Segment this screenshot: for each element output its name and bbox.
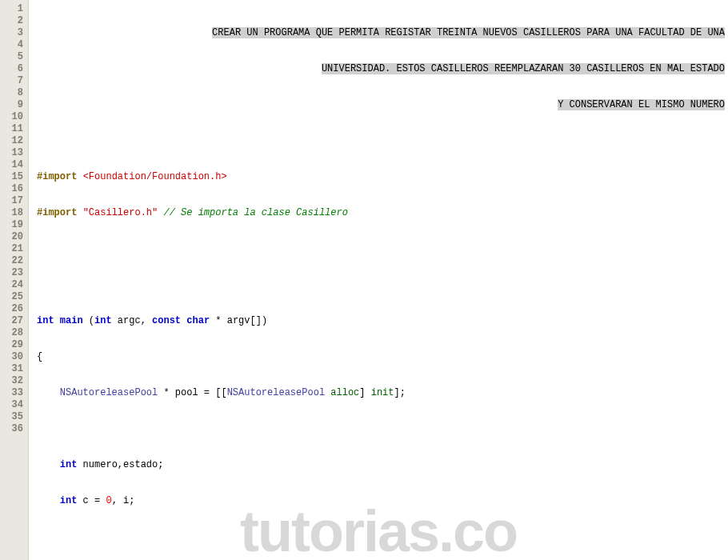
line-number: 23	[0, 267, 23, 279]
code-area[interactable]: CREAR UN PROGRAMA QUE PERMITA REGISTAR T…	[29, 0, 728, 560]
code-line	[37, 243, 728, 255]
line-number: 18	[0, 207, 23, 219]
line-number-gutter: 1 2 3 4 5 6 7 8 9 10 11 12 13 14 15 16 1…	[0, 0, 29, 560]
line-number: 19	[0, 219, 23, 231]
code-editor: 1 2 3 4 5 6 7 8 9 10 11 12 13 14 15 16 1…	[0, 0, 728, 560]
code-line	[37, 279, 728, 291]
line-number: 9	[0, 99, 23, 111]
line-number: 14	[0, 159, 23, 171]
code-line: int c = 0, i;	[37, 495, 728, 507]
line-number: 17	[0, 195, 23, 207]
line-number: 25	[0, 291, 23, 303]
header-comment-line: Y CONSERVARAN EL MISMO NUMERO	[37, 99, 728, 111]
line-number: 16	[0, 183, 23, 195]
code-line: #import "Casillero.h" // Se importa la c…	[37, 207, 728, 219]
line-number: 36	[0, 423, 23, 435]
header-comment-line: CREAR UN PROGRAMA QUE PERMITA REGISTAR T…	[37, 27, 728, 39]
line-number: 4	[0, 39, 23, 51]
line-number: 1	[0, 3, 23, 15]
line-number: 8	[0, 87, 23, 99]
line-number: 33	[0, 387, 23, 399]
line-number: 2	[0, 15, 23, 27]
line-number: 12	[0, 135, 23, 147]
line-number: 24	[0, 279, 23, 291]
line-number: 5	[0, 51, 23, 63]
line-number: 26	[0, 303, 23, 315]
code-line: {	[37, 351, 728, 363]
code-line	[37, 135, 728, 147]
line-number: 6	[0, 63, 23, 75]
code-line	[37, 531, 728, 543]
line-number: 27	[0, 315, 23, 327]
line-number: 21	[0, 243, 23, 255]
line-number: 35	[0, 411, 23, 423]
line-number: 28	[0, 327, 23, 339]
header-comment-line: UNIVERSIDAD. ESTOS CASILLEROS REEMPLAZAR…	[37, 63, 728, 75]
code-line	[37, 423, 728, 435]
code-line: int numero,estado;	[37, 459, 728, 471]
line-number: 32	[0, 375, 23, 387]
line-number: 30	[0, 351, 23, 363]
line-number: 3	[0, 27, 23, 39]
line-number: 29	[0, 339, 23, 351]
code-line: NSAutoreleasePool * pool = [[NSAutorelea…	[37, 387, 728, 399]
line-number: 22	[0, 255, 23, 267]
line-number: 13	[0, 147, 23, 159]
line-number: 11	[0, 123, 23, 135]
line-number: 20	[0, 231, 23, 243]
line-number: 34	[0, 399, 23, 411]
line-number: 7	[0, 75, 23, 87]
line-number: 31	[0, 363, 23, 375]
line-number: 15	[0, 171, 23, 183]
line-number: 10	[0, 111, 23, 123]
code-line: #import <Foundation/Foundation.h>	[37, 171, 728, 183]
code-line: int main (int argc, const char * argv[])	[37, 315, 728, 327]
